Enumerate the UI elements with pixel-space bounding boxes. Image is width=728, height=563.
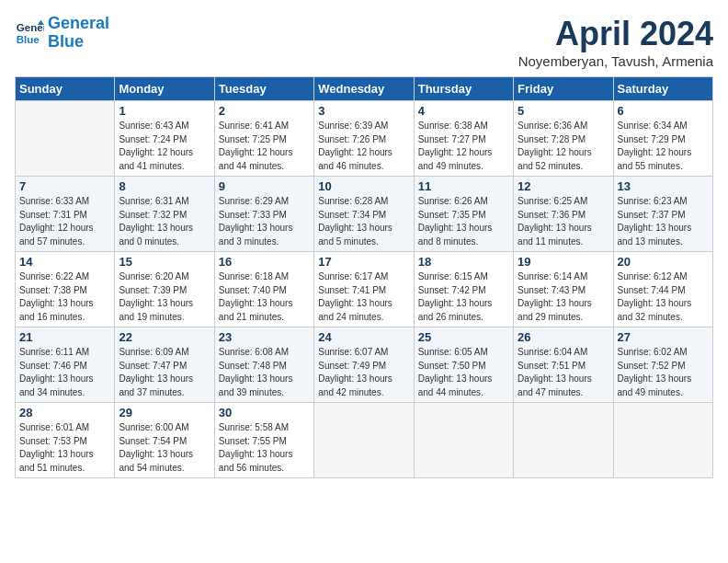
day-info: Sunrise: 6:14 AMSunset: 7:43 PMDaylight:… (518, 270, 609, 324)
calendar-cell (314, 403, 414, 478)
day-info: Sunrise: 5:58 AMSunset: 7:55 PMDaylight:… (219, 421, 310, 475)
day-number: 17 (318, 255, 409, 269)
calendar-cell: 12Sunrise: 6:25 AMSunset: 7:36 PMDayligh… (514, 177, 613, 252)
day-info: Sunrise: 6:29 AMSunset: 7:33 PMDaylight:… (219, 195, 310, 248)
day-number: 23 (219, 330, 310, 344)
week-row-3: 14Sunrise: 6:22 AMSunset: 7:38 PMDayligh… (16, 252, 713, 327)
day-number: 18 (418, 255, 509, 269)
logo-line2: Blue (48, 32, 84, 51)
weekday-header-friday: Friday (514, 77, 613, 101)
day-info: Sunrise: 6:31 AMSunset: 7:32 PMDaylight:… (119, 195, 210, 248)
day-number: 26 (518, 330, 609, 344)
day-info: Sunrise: 6:39 AMSunset: 7:26 PMDaylight:… (318, 120, 409, 173)
day-number: 8 (119, 179, 210, 193)
calendar-cell: 18Sunrise: 6:15 AMSunset: 7:42 PMDayligh… (414, 252, 513, 327)
weekday-header-thursday: Thursday (414, 77, 513, 101)
day-info: Sunrise: 6:11 AMSunset: 7:46 PMDaylight:… (19, 346, 110, 399)
day-number: 29 (119, 406, 210, 419)
calendar-cell: 1Sunrise: 6:43 AMSunset: 7:24 PMDaylight… (115, 101, 214, 177)
calendar-cell: 15Sunrise: 6:20 AMSunset: 7:39 PMDayligh… (115, 252, 214, 327)
day-number: 1 (119, 104, 210, 118)
day-number: 3 (318, 104, 409, 118)
logo: General Blue General Blue (15, 15, 109, 52)
calendar-cell: 23Sunrise: 6:08 AMSunset: 7:48 PMDayligh… (214, 327, 313, 403)
day-info: Sunrise: 6:38 AMSunset: 7:27 PMDaylight:… (418, 120, 509, 173)
calendar-cell: 21Sunrise: 6:11 AMSunset: 7:46 PMDayligh… (16, 327, 115, 403)
weekday-header-wednesday: Wednesday (314, 77, 414, 101)
calendar-cell (514, 403, 613, 478)
day-number: 28 (19, 406, 110, 419)
week-row-4: 21Sunrise: 6:11 AMSunset: 7:46 PMDayligh… (16, 327, 713, 403)
day-number: 22 (119, 330, 210, 344)
calendar-cell: 14Sunrise: 6:22 AMSunset: 7:38 PMDayligh… (16, 252, 115, 327)
day-info: Sunrise: 6:23 AMSunset: 7:37 PMDaylight:… (618, 195, 709, 248)
day-info: Sunrise: 6:41 AMSunset: 7:25 PMDaylight:… (219, 120, 310, 173)
calendar-cell: 26Sunrise: 6:04 AMSunset: 7:51 PMDayligh… (514, 327, 613, 403)
location-subtitle: Noyemberyan, Tavush, Armenia (518, 53, 713, 69)
calendar-cell: 30Sunrise: 5:58 AMSunset: 7:55 PMDayligh… (214, 403, 313, 478)
calendar-cell: 28Sunrise: 6:01 AMSunset: 7:53 PMDayligh… (16, 403, 115, 478)
calendar-cell: 2Sunrise: 6:41 AMSunset: 7:25 PMDaylight… (214, 101, 313, 177)
day-info: Sunrise: 6:02 AMSunset: 7:52 PMDaylight:… (618, 346, 709, 399)
calendar-cell: 7Sunrise: 6:33 AMSunset: 7:31 PMDaylight… (16, 177, 115, 252)
day-number: 12 (518, 179, 609, 193)
day-number: 19 (518, 255, 609, 269)
day-info: Sunrise: 6:33 AMSunset: 7:31 PMDaylight:… (19, 195, 110, 248)
day-number: 20 (618, 255, 709, 269)
calendar-cell: 25Sunrise: 6:05 AMSunset: 7:50 PMDayligh… (414, 327, 513, 403)
calendar-cell: 17Sunrise: 6:17 AMSunset: 7:41 PMDayligh… (314, 252, 414, 327)
svg-text:Blue: Blue (17, 33, 40, 44)
day-info: Sunrise: 6:25 AMSunset: 7:36 PMDaylight:… (518, 195, 609, 248)
day-info: Sunrise: 6:15 AMSunset: 7:42 PMDaylight:… (418, 270, 509, 324)
weekday-header-row: SundayMondayTuesdayWednesdayThursdayFrid… (16, 77, 713, 101)
calendar-cell: 5Sunrise: 6:36 AMSunset: 7:28 PMDaylight… (514, 101, 613, 177)
day-info: Sunrise: 6:43 AMSunset: 7:24 PMDaylight:… (119, 120, 210, 173)
day-number: 13 (618, 179, 709, 193)
day-number: 15 (119, 255, 210, 269)
calendar-cell (613, 403, 712, 478)
day-number: 16 (219, 255, 310, 269)
day-number: 6 (618, 104, 709, 118)
day-number: 30 (219, 406, 310, 419)
day-number: 14 (19, 255, 110, 269)
day-info: Sunrise: 6:28 AMSunset: 7:34 PMDaylight:… (318, 195, 409, 248)
day-number: 4 (418, 104, 509, 118)
logo-line1: General (48, 14, 109, 32)
calendar-cell: 3Sunrise: 6:39 AMSunset: 7:26 PMDaylight… (314, 101, 414, 177)
weekday-header-tuesday: Tuesday (214, 77, 313, 101)
calendar-cell: 22Sunrise: 6:09 AMSunset: 7:47 PMDayligh… (115, 327, 214, 403)
calendar-cell: 4Sunrise: 6:38 AMSunset: 7:27 PMDaylight… (414, 101, 513, 177)
month-title: April 2024 (518, 15, 713, 53)
day-info: Sunrise: 6:12 AMSunset: 7:44 PMDaylight:… (618, 270, 709, 324)
day-number: 10 (318, 179, 409, 193)
day-info: Sunrise: 6:05 AMSunset: 7:50 PMDaylight:… (418, 346, 509, 399)
calendar-cell: 10Sunrise: 6:28 AMSunset: 7:34 PMDayligh… (314, 177, 414, 252)
calendar-cell: 11Sunrise: 6:26 AMSunset: 7:35 PMDayligh… (414, 177, 513, 252)
logo-icon: General Blue (15, 18, 44, 48)
week-row-1: 1Sunrise: 6:43 AMSunset: 7:24 PMDaylight… (16, 101, 713, 177)
calendar-cell: 6Sunrise: 6:34 AMSunset: 7:29 PMDaylight… (613, 101, 712, 177)
calendar-cell: 24Sunrise: 6:07 AMSunset: 7:49 PMDayligh… (314, 327, 414, 403)
calendar-cell: 9Sunrise: 6:29 AMSunset: 7:33 PMDaylight… (214, 177, 313, 252)
calendar-cell: 8Sunrise: 6:31 AMSunset: 7:32 PMDaylight… (115, 177, 214, 252)
day-number: 21 (19, 330, 110, 344)
day-info: Sunrise: 6:09 AMSunset: 7:47 PMDaylight:… (119, 346, 210, 399)
day-info: Sunrise: 6:26 AMSunset: 7:35 PMDaylight:… (418, 195, 509, 248)
day-info: Sunrise: 6:01 AMSunset: 7:53 PMDaylight:… (19, 421, 110, 475)
day-number: 5 (518, 104, 609, 118)
day-info: Sunrise: 6:00 AMSunset: 7:54 PMDaylight:… (119, 421, 210, 475)
day-info: Sunrise: 6:34 AMSunset: 7:29 PMDaylight:… (618, 120, 709, 173)
week-row-5: 28Sunrise: 6:01 AMSunset: 7:53 PMDayligh… (16, 403, 713, 478)
day-number: 7 (19, 179, 110, 193)
day-info: Sunrise: 6:36 AMSunset: 7:28 PMDaylight:… (518, 120, 609, 173)
calendar-cell (414, 403, 513, 478)
calendar-cell (16, 101, 115, 177)
day-info: Sunrise: 6:22 AMSunset: 7:38 PMDaylight:… (19, 270, 110, 324)
logo-text: General Blue (48, 15, 109, 52)
day-number: 27 (618, 330, 709, 344)
day-info: Sunrise: 6:20 AMSunset: 7:39 PMDaylight:… (119, 270, 210, 324)
day-info: Sunrise: 6:18 AMSunset: 7:40 PMDaylight:… (219, 270, 310, 324)
day-number: 11 (418, 179, 509, 193)
title-block: April 2024 Noyemberyan, Tavush, Armenia (518, 15, 713, 69)
day-info: Sunrise: 6:04 AMSunset: 7:51 PMDaylight:… (518, 346, 609, 399)
